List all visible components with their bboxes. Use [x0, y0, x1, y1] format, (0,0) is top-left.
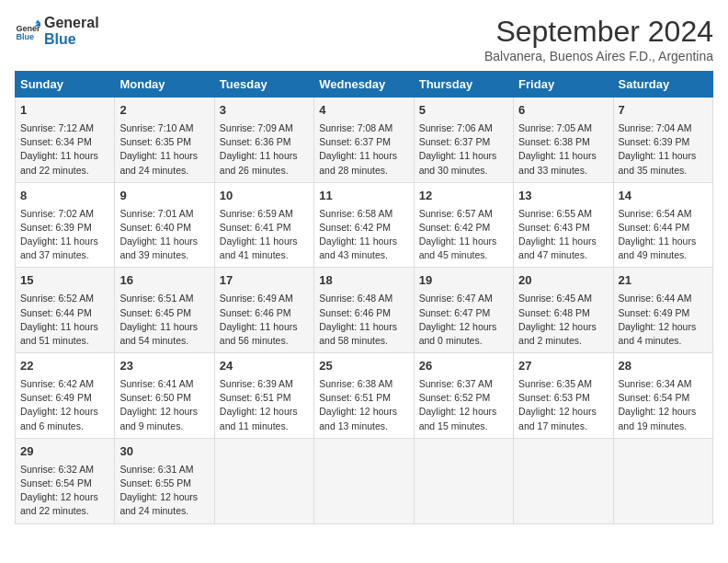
- page-header: General Blue General Blue September 2024…: [15, 15, 713, 63]
- table-row: 8Sunrise: 7:02 AMSunset: 6:39 PMDaylight…: [16, 182, 115, 268]
- table-row: 6Sunrise: 7:05 AMSunset: 6:38 PMDaylight…: [514, 98, 613, 183]
- col-wednesday: Wednesday: [314, 72, 414, 98]
- col-saturday: Saturday: [613, 72, 712, 98]
- calendar-week-2: 15Sunrise: 6:52 AMSunset: 6:44 PMDayligh…: [16, 268, 713, 353]
- table-row: [514, 438, 613, 523]
- table-row: [214, 438, 313, 523]
- logo-blue: Blue: [44, 31, 99, 48]
- table-row: 1Sunrise: 7:12 AMSunset: 6:34 PMDaylight…: [16, 98, 115, 183]
- table-row: [613, 438, 712, 523]
- table-row: 13Sunrise: 6:55 AMSunset: 6:43 PMDayligh…: [514, 182, 613, 268]
- table-row: 25Sunrise: 6:38 AMSunset: 6:51 PMDayligh…: [314, 353, 414, 439]
- table-row: 19Sunrise: 6:47 AMSunset: 6:47 PMDayligh…: [414, 268, 513, 353]
- table-row: 27Sunrise: 6:35 AMSunset: 6:53 PMDayligh…: [514, 353, 613, 439]
- table-row: 2Sunrise: 7:10 AMSunset: 6:35 PMDaylight…: [115, 98, 214, 183]
- table-row: 29Sunrise: 6:32 AMSunset: 6:54 PMDayligh…: [16, 438, 115, 523]
- title-block: September 2024 Balvanera, Buenos Aires F…: [484, 15, 713, 63]
- table-row: 24Sunrise: 6:39 AMSunset: 6:51 PMDayligh…: [214, 353, 313, 439]
- table-row: 4Sunrise: 7:08 AMSunset: 6:37 PMDaylight…: [314, 98, 414, 183]
- table-row: 16Sunrise: 6:51 AMSunset: 6:45 PMDayligh…: [115, 268, 214, 353]
- month-title: September 2024: [484, 15, 713, 49]
- table-row: 5Sunrise: 7:06 AMSunset: 6:37 PMDaylight…: [414, 98, 513, 183]
- table-row: 3Sunrise: 7:09 AMSunset: 6:36 PMDaylight…: [214, 98, 313, 183]
- calendar-week-3: 22Sunrise: 6:42 AMSunset: 6:49 PMDayligh…: [16, 353, 713, 439]
- col-friday: Friday: [514, 72, 613, 98]
- table-row: 21Sunrise: 6:44 AMSunset: 6:49 PMDayligh…: [613, 268, 712, 353]
- table-row: 9Sunrise: 7:01 AMSunset: 6:40 PMDaylight…: [115, 182, 214, 268]
- table-row: 22Sunrise: 6:42 AMSunset: 6:49 PMDayligh…: [16, 353, 115, 439]
- calendar-table: Sunday Monday Tuesday Wednesday Thursday…: [15, 71, 713, 524]
- table-row: 10Sunrise: 6:59 AMSunset: 6:41 PMDayligh…: [214, 182, 313, 268]
- table-row: 17Sunrise: 6:49 AMSunset: 6:46 PMDayligh…: [214, 268, 313, 353]
- table-row: 28Sunrise: 6:34 AMSunset: 6:54 PMDayligh…: [613, 353, 712, 439]
- table-row: [314, 438, 414, 523]
- logo-icon: General Blue: [15, 18, 40, 44]
- calendar-week-4: 29Sunrise: 6:32 AMSunset: 6:54 PMDayligh…: [16, 438, 713, 523]
- col-sunday: Sunday: [16, 72, 115, 98]
- table-row: 20Sunrise: 6:45 AMSunset: 6:48 PMDayligh…: [514, 268, 613, 353]
- table-row: 15Sunrise: 6:52 AMSunset: 6:44 PMDayligh…: [16, 268, 115, 353]
- col-tuesday: Tuesday: [214, 72, 313, 98]
- table-row: 12Sunrise: 6:57 AMSunset: 6:42 PMDayligh…: [414, 182, 513, 268]
- table-row: 18Sunrise: 6:48 AMSunset: 6:46 PMDayligh…: [314, 268, 414, 353]
- table-row: 14Sunrise: 6:54 AMSunset: 6:44 PMDayligh…: [613, 182, 712, 268]
- svg-text:Blue: Blue: [16, 32, 34, 41]
- calendar-header-row: Sunday Monday Tuesday Wednesday Thursday…: [16, 72, 713, 98]
- table-row: [414, 438, 513, 523]
- calendar-week-1: 8Sunrise: 7:02 AMSunset: 6:39 PMDaylight…: [16, 182, 713, 268]
- table-row: 23Sunrise: 6:41 AMSunset: 6:50 PMDayligh…: [115, 353, 214, 439]
- table-row: 30Sunrise: 6:31 AMSunset: 6:55 PMDayligh…: [115, 438, 214, 523]
- col-monday: Monday: [115, 72, 214, 98]
- calendar-week-0: 1Sunrise: 7:12 AMSunset: 6:34 PMDaylight…: [16, 98, 713, 183]
- logo: General Blue General Blue: [15, 15, 99, 49]
- table-row: 26Sunrise: 6:37 AMSunset: 6:52 PMDayligh…: [414, 353, 513, 439]
- logo-general: General: [44, 15, 99, 31]
- location-subtitle: Balvanera, Buenos Aires F.D., Argentina: [484, 49, 713, 63]
- table-row: 7Sunrise: 7:04 AMSunset: 6:39 PMDaylight…: [613, 98, 712, 183]
- table-row: 11Sunrise: 6:58 AMSunset: 6:42 PMDayligh…: [314, 182, 414, 268]
- col-thursday: Thursday: [414, 72, 513, 98]
